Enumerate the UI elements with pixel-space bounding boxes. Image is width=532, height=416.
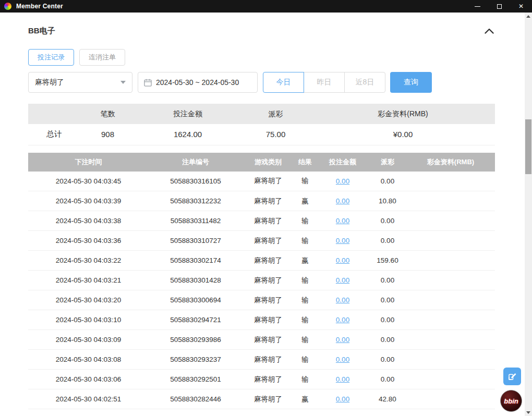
bet-amount-link[interactable]: 0.00 [336, 296, 349, 304]
records-table: 下注时间 注单编号 游戏类别 结果 投注金额 派彩 彩金资料(RMB) 2024… [28, 153, 495, 410]
bbin-logo-button[interactable]: bbin [500, 390, 522, 412]
summary-header-bonus: 彩金资料(RMB) [311, 104, 495, 124]
table-row: 2024-05-30 04:03:225058830302174麻将胡了赢0.0… [28, 251, 495, 271]
minimize-button[interactable] [466, 0, 488, 13]
range-today-button[interactable]: 今日 [263, 72, 304, 93]
range-button-label: 今日 [276, 78, 291, 87]
date-range-value: 2024-05-30 ~ 2024-05-30 [156, 78, 239, 87]
range-button-label: 近8日 [356, 78, 374, 87]
cell-bet: 0.00 [317, 271, 369, 290]
tab-cancelled-orders[interactable]: 连消注单 [79, 49, 125, 66]
cell-bet: 0.00 [317, 191, 369, 211]
summary-header-count: 笔数 [80, 104, 135, 124]
cell-bonus [406, 271, 495, 290]
feedback-edit-button[interactable] [503, 368, 521, 385]
cell-result: 输 [294, 231, 317, 251]
scroll-down-icon [526, 411, 530, 414]
range-last8days-button[interactable]: 近8日 [344, 72, 385, 93]
close-icon: ✕ [518, 3, 524, 10]
cell-payout: 0.00 [369, 350, 406, 370]
bet-amount-link[interactable]: 0.00 [336, 356, 349, 363]
section-header: BB电子 [28, 25, 495, 36]
cell-payout: 0.00 [369, 211, 406, 231]
cell-order: 5058830312232 [149, 191, 243, 211]
cell-result: 赢 [294, 251, 317, 271]
bet-amount-link[interactable]: 0.00 [336, 256, 349, 264]
cell-result: 输 [294, 310, 317, 330]
cell-game: 麻将胡了 [243, 290, 294, 310]
table-row: 2024-05-30 04:03:365058830310727麻将胡了输0.0… [28, 231, 495, 251]
game-select[interactable]: 麻将胡了 [28, 72, 132, 93]
summary-header-bet: 投注金额 [135, 104, 240, 124]
bet-amount-link[interactable]: 0.00 [336, 177, 349, 185]
quick-range-group: 今日 昨日 近8日 [263, 72, 385, 93]
summary-header-row: 笔数 投注金额 派彩 彩金资料(RMB) [28, 104, 495, 124]
edit-pencil-icon [507, 372, 517, 381]
summary-bonus-value: ¥0.00 [311, 124, 495, 145]
bet-amount-link[interactable]: 0.00 [336, 237, 349, 244]
table-row: 2024-05-30 04:03:095058830293986麻将胡了输0.0… [28, 330, 495, 350]
scroll-down-button[interactable] [525, 409, 532, 416]
cell-bet: 0.00 [317, 251, 369, 271]
cell-order: 5058830294721 [149, 310, 243, 330]
bet-amount-link[interactable]: 0.00 [336, 197, 349, 205]
tab-bet-records[interactable]: 投注记录 [28, 49, 74, 66]
bet-amount-link[interactable]: 0.00 [336, 217, 349, 225]
cell-payout: 159.60 [369, 251, 406, 271]
maximize-button[interactable] [488, 0, 510, 13]
cell-time: 2024-05-30 04:03:10 [28, 310, 149, 330]
summary-count-value: 908 [80, 124, 135, 145]
header-order-number: 注单编号 [149, 153, 243, 172]
cell-game: 麻将胡了 [243, 389, 294, 409]
cell-game: 麻将胡了 [243, 191, 294, 211]
summary-header-payout: 派彩 [240, 104, 311, 124]
cell-result: 输 [294, 350, 317, 370]
summary-bet-value: 1624.00 [135, 124, 240, 145]
bet-amount-link[interactable]: 0.00 [336, 395, 349, 403]
window-controls: ✕ [466, 0, 532, 13]
bet-amount-link[interactable]: 0.00 [336, 316, 349, 324]
range-button-label: 昨日 [317, 78, 332, 87]
summary-total-label: 总计 [28, 124, 80, 145]
chevron-up-icon [485, 28, 494, 34]
cell-order: 5058830310727 [149, 231, 243, 251]
search-button[interactable]: 查询 [390, 72, 432, 93]
scrollbar-thumb[interactable] [525, 119, 531, 174]
cell-result: 赢 [294, 191, 317, 211]
range-yesterday-button[interactable]: 昨日 [304, 72, 345, 93]
bet-amount-link[interactable]: 0.00 [336, 336, 349, 344]
cell-order: 5058830311482 [149, 211, 243, 231]
header-bet-amount: 投注金额 [317, 153, 369, 172]
cell-time: 2024-05-30 04:03:22 [28, 251, 149, 271]
table-row: 2024-05-30 04:03:205058830300694麻将胡了输0.0… [28, 290, 495, 310]
cell-time: 2024-05-30 04:03:20 [28, 290, 149, 310]
scroll-up-button[interactable] [525, 13, 532, 20]
cell-payout: 10.80 [369, 191, 406, 211]
cell-bet: 0.00 [317, 310, 369, 330]
bet-amount-link[interactable]: 0.00 [336, 276, 349, 284]
cell-game: 麻将胡了 [243, 251, 294, 271]
header-result: 结果 [294, 153, 317, 172]
cell-order: 5058830292501 [149, 370, 243, 389]
cell-time: 2024-05-30 04:03:45 [28, 172, 149, 191]
filter-bar: 麻将胡了 2024-05-30 ~ 2024-05-30 今日 昨日 [28, 72, 495, 93]
collapse-button[interactable] [483, 27, 495, 35]
bet-amount-link[interactable]: 0.00 [336, 375, 349, 383]
cell-payout: 0.00 [369, 310, 406, 330]
close-button[interactable]: ✕ [510, 0, 532, 13]
cell-bonus [406, 211, 495, 231]
cell-time: 2024-05-30 04:02:51 [28, 389, 149, 409]
titlebar: Member Center ✕ [0, 0, 532, 13]
cell-payout: 0.00 [369, 330, 406, 350]
records-tbody: 2024-05-30 04:03:455058830316105麻将胡了输0.0… [28, 172, 495, 409]
cell-bonus [406, 231, 495, 251]
cell-game: 麻将胡了 [243, 271, 294, 290]
date-range-input[interactable]: 2024-05-30 ~ 2024-05-30 [138, 72, 258, 93]
cell-game: 麻将胡了 [243, 370, 294, 389]
cell-time: 2024-05-30 04:03:21 [28, 271, 149, 290]
game-select-value: 麻将胡了 [35, 78, 64, 87]
cell-order: 5058830301428 [149, 271, 243, 290]
page-title: BB电子 [28, 26, 55, 36]
cell-order: 5058830300694 [149, 290, 243, 310]
vertical-scrollbar[interactable] [525, 13, 532, 416]
